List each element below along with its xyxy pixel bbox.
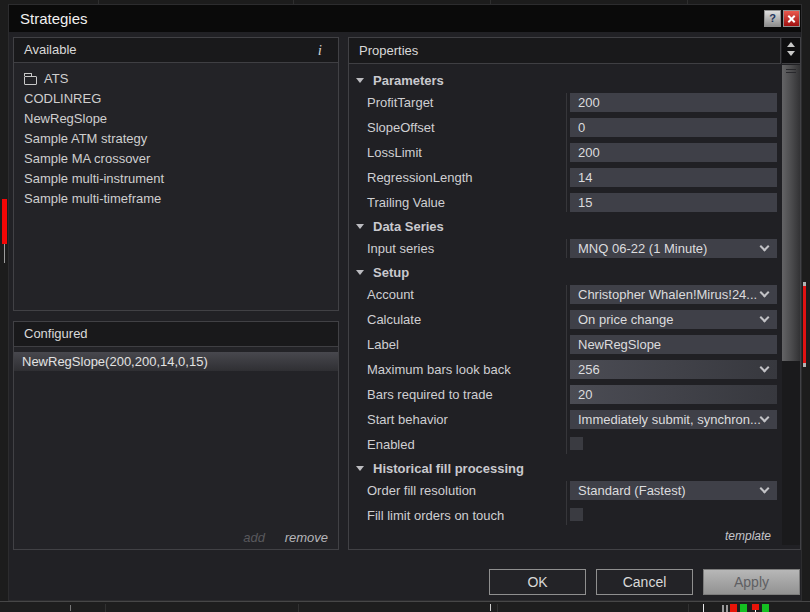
- available-item-newregslope[interactable]: NewRegSlope: [14, 109, 338, 129]
- input-bars-required-to-trade[interactable]: 20: [570, 385, 777, 404]
- info-icon[interactable]: i: [318, 38, 322, 62]
- field-value: 0: [578, 120, 585, 135]
- checkbox-enabled[interactable]: [570, 437, 583, 450]
- chart-candle-red-right: [803, 286, 806, 363]
- dropdown-account[interactable]: Christopher Whalen!Mirus!24...: [570, 285, 777, 304]
- field-value: Christopher Whalen!Mirus!24...: [578, 287, 757, 302]
- scrollbar-grip: [786, 72, 796, 73]
- property-label: LossLimit: [349, 143, 566, 162]
- available-item-sample-multi-timeframe[interactable]: Sample multi-timeframe: [14, 189, 338, 209]
- property-label: Order fill resolution: [349, 481, 566, 500]
- properties-footer: template: [349, 527, 781, 547]
- available-item-sample-atm-strategy[interactable]: Sample ATM strategy: [14, 129, 338, 149]
- property-row-label: LabelNewRegSlope: [349, 335, 781, 354]
- dialog-titlebar[interactable]: Strategies ?: [9, 5, 801, 32]
- section-header-parameters[interactable]: Parameters: [356, 72, 781, 88]
- available-header: Available i: [14, 38, 338, 63]
- property-row-input-series: Input seriesMNQ 06-22 (1 Minute): [349, 239, 781, 258]
- property-value-cell: [566, 435, 781, 454]
- chart-tick: [703, 604, 704, 612]
- section-title: Data Series: [373, 219, 444, 234]
- property-value-cell: 200: [566, 143, 781, 162]
- property-row-enabled: Enabled: [349, 435, 781, 454]
- cancel-button[interactable]: Cancel: [596, 569, 693, 595]
- configured-panel: Configured NewRegSlope(200,200,14,0,15) …: [13, 321, 339, 550]
- checkbox-fill-limit-orders-on-touch[interactable]: [570, 508, 583, 521]
- help-button[interactable]: ?: [764, 10, 781, 27]
- section-header-data-series[interactable]: Data Series: [356, 218, 781, 234]
- template-link[interactable]: template: [725, 529, 771, 543]
- background-chart-strip: [0, 601, 810, 612]
- properties-sections: ParametersProfitTarget200SlopeOffset0Los…: [349, 72, 781, 525]
- scroll-down-icon[interactable]: [787, 51, 795, 56]
- available-item-label: ATS: [44, 69, 68, 89]
- section-title: Parameters: [373, 73, 444, 88]
- available-item-codlinreg[interactable]: CODLINREG: [14, 89, 338, 109]
- property-value-cell: MNQ 06-22 (1 Minute): [566, 239, 781, 258]
- section-rows: AccountChristopher Whalen!Mirus!24...Cal…: [349, 285, 781, 454]
- dialog-title: Strategies: [20, 5, 88, 32]
- chart-tick: [490, 604, 491, 611]
- property-value-cell: Standard (Fastest): [566, 481, 781, 500]
- available-item-sample-ma-crossover[interactable]: Sample MA crossover: [14, 149, 338, 169]
- scrollbar-track[interactable]: [782, 65, 800, 545]
- property-label: Enabled: [349, 435, 566, 454]
- scrollbar-buttons: [782, 38, 800, 64]
- field-value: 200: [578, 145, 600, 160]
- property-label: Trailing Value: [349, 193, 566, 212]
- chart-bar-red: [730, 604, 737, 612]
- configured-item[interactable]: NewRegSlope(200,200,14,0,15): [14, 352, 338, 371]
- available-item-label: Sample multi-timeframe: [24, 189, 161, 209]
- input-slopeoffset[interactable]: 0: [570, 118, 777, 137]
- folder-icon: [24, 76, 37, 85]
- input-trailing-value[interactable]: 15: [570, 193, 777, 212]
- add-link[interactable]: add: [243, 530, 265, 545]
- remove-link[interactable]: remove: [285, 530, 328, 545]
- chart-tick: [70, 605, 71, 611]
- dropdown-maximum-bars-look-back[interactable]: 256: [570, 360, 777, 379]
- chart-tick: [726, 605, 728, 612]
- property-label: Fill limit orders on touch: [349, 506, 566, 525]
- available-list: ATSCODLINREGNewRegSlopeSample ATM strate…: [14, 63, 338, 209]
- available-item-label: Sample multi-instrument: [24, 169, 164, 189]
- property-value-cell: NewRegSlope: [566, 335, 781, 354]
- section-parameters: ParametersProfitTarget200SlopeOffset0Los…: [349, 72, 781, 212]
- dropdown-order-fill-resolution[interactable]: Standard (Fastest): [570, 481, 777, 500]
- property-label: ProfitTarget: [349, 93, 566, 112]
- property-value-cell: On price change: [566, 310, 781, 329]
- properties-header-label: Properties: [359, 43, 418, 58]
- property-label: Calculate: [349, 310, 566, 329]
- scroll-up-icon[interactable]: [787, 42, 795, 47]
- ok-button[interactable]: OK: [489, 569, 586, 595]
- field-value: 20: [578, 387, 592, 402]
- configured-header: Configured: [14, 322, 338, 347]
- scrollbar-thumb[interactable]: [782, 65, 800, 361]
- input-losslimit[interactable]: 200: [570, 143, 777, 162]
- property-row-profittarget: ProfitTarget200: [349, 93, 781, 112]
- input-profittarget[interactable]: 200: [570, 93, 777, 112]
- property-value-cell: 256: [566, 360, 781, 379]
- scrollbar-grip: [786, 69, 796, 70]
- section-header-setup[interactable]: Setup: [356, 264, 781, 280]
- section-rows: Order fill resolutionStandard (Fastest)F…: [349, 481, 781, 525]
- apply-button[interactable]: Apply: [703, 569, 800, 595]
- field-value: NewRegSlope: [578, 337, 661, 352]
- chevron-down-icon: [760, 484, 770, 494]
- field-value: Standard (Fastest): [578, 483, 686, 498]
- section-rows: ProfitTarget200SlopeOffset0LossLimit200R…: [349, 93, 781, 212]
- dropdown-input-series[interactable]: MNQ 06-22 (1 Minute): [570, 239, 777, 258]
- available-item-ats[interactable]: ATS: [14, 69, 338, 89]
- available-item-sample-multi-instrument[interactable]: Sample multi-instrument: [14, 169, 338, 189]
- input-label[interactable]: NewRegSlope: [570, 335, 777, 354]
- chart-candle-red: [2, 199, 7, 244]
- close-button[interactable]: [783, 10, 800, 27]
- background-divider: [105, 604, 106, 612]
- chart-tick: [722, 605, 724, 612]
- property-row-regressionlength: RegressionLength14: [349, 168, 781, 187]
- dropdown-start-behavior[interactable]: Immediately submit, synchron...: [570, 410, 777, 429]
- section-header-historical-fill-processing[interactable]: Historical fill processing: [356, 460, 781, 476]
- strategies-dialog: Strategies ? Available i ATSCODLINREGNew…: [8, 4, 802, 601]
- input-regressionlength[interactable]: 14: [570, 168, 777, 187]
- field-value: 15: [578, 195, 592, 210]
- dropdown-calculate[interactable]: On price change: [570, 310, 777, 329]
